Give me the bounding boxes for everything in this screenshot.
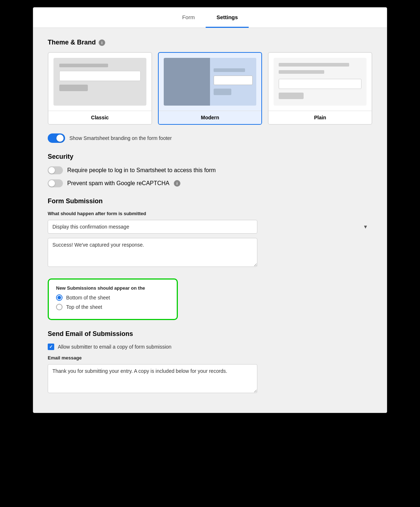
- after-submit-select-wrapper: Display this confirmation message ▼: [48, 220, 372, 234]
- select-arrow-icon: ▼: [363, 224, 368, 230]
- radio-btn-top[interactable]: [56, 304, 63, 310]
- email-message-label: Email message: [48, 355, 372, 361]
- security-option-1-label: Require people to log in to Smartsheet t…: [67, 167, 216, 174]
- radio-label-bottom: Bottom of the sheet: [66, 295, 110, 301]
- modern-preview: [159, 53, 262, 111]
- branding-toggle-row: Show Smartsheet branding on the form foo…: [48, 133, 372, 143]
- modern-left-panel: [164, 58, 210, 106]
- plain-btn-mock: [279, 93, 304, 99]
- modern-right-panel: [210, 58, 256, 106]
- modern-btn-mock: [214, 89, 231, 95]
- plain-bar2: [279, 70, 324, 74]
- checkbox-check-icon: ✓: [49, 344, 53, 349]
- radio-btn-bottom[interactable]: [56, 294, 63, 301]
- classic-bar: [59, 64, 108, 67]
- radio-row-top: Top of the sheet: [56, 304, 170, 310]
- plain-input-mock: [279, 79, 361, 89]
- tab-form[interactable]: Form: [171, 8, 206, 28]
- settings-content: Theme & Brand i Classic: [33, 28, 387, 413]
- form-submission-title: Form Submission: [48, 197, 372, 205]
- allow-submitter-row: ✓ Allow submitter to email a copy of for…: [48, 344, 372, 350]
- modern-preview-inner: [164, 58, 257, 106]
- theme-card-modern[interactable]: Modern: [158, 52, 262, 125]
- security-option-2: Prevent spam with Google reCAPTCHA i: [48, 179, 372, 187]
- security-option-2-label: Prevent spam with Google reCAPTCHA: [67, 180, 170, 187]
- send-email-title: Send Email of Submissions: [48, 330, 372, 338]
- new-submissions-title: New Submissions should appear on the: [56, 285, 170, 291]
- security-toggle-2-knob: [48, 180, 55, 187]
- theme-brand-info-icon[interactable]: i: [99, 39, 105, 46]
- branding-toggle-label: Show Smartsheet branding on the form foo…: [69, 135, 172, 141]
- tab-bar: Form Settings: [33, 8, 387, 28]
- modern-input-mock: [214, 76, 253, 85]
- security-toggle-2[interactable]: [48, 179, 63, 187]
- plain-label: Plain: [269, 111, 372, 124]
- allow-submitter-label: Allow submitter to email a copy of form …: [58, 344, 171, 350]
- classic-btn-mock: [59, 85, 88, 91]
- security-option-1: Require people to log in to Smartsheet t…: [48, 166, 372, 174]
- plain-preview-inner: [274, 58, 367, 106]
- theme-brand-section: Theme & Brand i: [48, 39, 372, 46]
- security-toggle-1-knob: [48, 167, 55, 174]
- modern-bar: [214, 68, 245, 72]
- after-submit-select[interactable]: Display this confirmation message: [48, 220, 257, 234]
- security-section: Security Require people to log in to Sma…: [48, 153, 372, 187]
- new-submissions-box: New Submissions should appear on the Bot…: [48, 278, 178, 320]
- send-email-section: Send Email of Submissions ✓ Allow submit…: [48, 330, 372, 395]
- branding-toggle-knob: [56, 135, 64, 142]
- branding-toggle[interactable]: [48, 133, 65, 143]
- confirmation-message-textarea[interactable]: [48, 238, 257, 267]
- security-toggle-1[interactable]: [48, 166, 63, 174]
- email-message-textarea[interactable]: [48, 364, 257, 393]
- after-submit-label: What should happen after form is submitt…: [48, 211, 372, 216]
- theme-cards-container: Classic Modern: [48, 52, 372, 125]
- theme-card-plain[interactable]: Plain: [268, 52, 372, 125]
- plain-preview: [269, 53, 372, 111]
- classic-preview: [48, 53, 151, 111]
- theme-brand-title: Theme & Brand: [48, 39, 96, 46]
- tab-settings[interactable]: Settings: [206, 8, 249, 28]
- allow-submitter-checkbox[interactable]: ✓: [48, 344, 54, 350]
- radio-label-top: Top of the sheet: [66, 304, 102, 310]
- classic-label: Classic: [48, 111, 151, 124]
- plain-bar1: [279, 63, 349, 67]
- recaptcha-info-icon[interactable]: i: [174, 180, 180, 187]
- theme-card-classic[interactable]: Classic: [48, 52, 152, 125]
- classic-preview-inner: [53, 58, 146, 106]
- form-submission-section: Form Submission What should happen after…: [48, 197, 372, 268]
- modern-label: Modern: [159, 111, 262, 124]
- security-title: Security: [48, 153, 372, 161]
- classic-input-mock: [59, 71, 141, 81]
- radio-row-bottom: Bottom of the sheet: [56, 294, 170, 301]
